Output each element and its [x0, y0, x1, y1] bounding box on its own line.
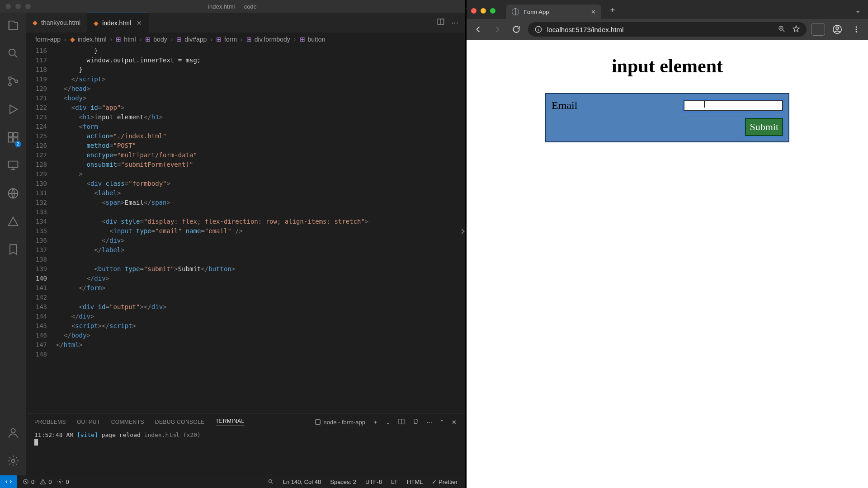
submit-button[interactable]: Submit [745, 118, 783, 136]
panel-tab-terminal[interactable]: TERMINAL [216, 418, 245, 426]
crumb[interactable]: ⊞ div.formbody [246, 36, 290, 43]
forward-button[interactable] [490, 22, 505, 37]
status-eol[interactable]: LF [391, 479, 398, 485]
status-ports[interactable]: 0 [57, 479, 69, 485]
split-editor-icon[interactable] [437, 18, 445, 28]
crumb[interactable]: ⊞ html [116, 36, 136, 43]
tab-thankyou[interactable]: ◆ thankyou.html [26, 13, 87, 33]
chrome-window: Form App ✕ ＋ ⌄ localhost:5173/index.html [465, 0, 868, 488]
crumb[interactable]: form-app [35, 36, 61, 43]
profile-button[interactable] [830, 22, 844, 37]
browser-tab[interactable]: Form App ✕ [506, 5, 601, 19]
email-field[interactable] [684, 100, 783, 111]
search-icon[interactable] [7, 47, 19, 61]
status-errors[interactable]: 0 [23, 479, 34, 485]
svg-rect-4 [9, 133, 13, 137]
panel-tab-problems[interactable]: PROBLEMS [34, 419, 66, 425]
mac-min-dot[interactable] [481, 8, 486, 14]
terminal-output[interactable]: 11:52:48 AM [vite] page reload index.htm… [26, 431, 465, 475]
crumb[interactable]: ⊞ div#app [176, 36, 207, 43]
mac-max-dot[interactable] [490, 8, 495, 14]
vscode-title: index.html — code [0, 3, 465, 10]
crumb[interactable]: ⊞ form [216, 36, 237, 43]
extensions-badge: 2 [15, 141, 21, 147]
status-language[interactable]: HTML [407, 479, 423, 485]
close-icon[interactable]: ✕ [591, 9, 596, 15]
svg-rect-13 [315, 420, 320, 425]
svg-point-10 [11, 429, 15, 433]
svg-point-22 [856, 26, 857, 28]
panel-tab-comments[interactable]: COMMENTS [111, 419, 144, 425]
maximize-panel-icon[interactable]: ⌃ [439, 419, 444, 426]
tab-title: Form App [524, 9, 549, 15]
more-actions-icon[interactable]: ⋯ [451, 19, 458, 27]
chrome-tabstrip: Form App ✕ ＋ ⌄ [467, 0, 868, 19]
form-body: Email I Submit [545, 93, 789, 142]
close-panel-icon[interactable]: ✕ [452, 419, 457, 426]
panel-tab-output[interactable]: OUTPUT [77, 419, 100, 425]
minimap-scrollbar[interactable] [459, 46, 465, 413]
address-bar[interactable]: localhost:5173/index.html [528, 22, 807, 37]
extensions-icon[interactable]: 2 [7, 131, 19, 145]
testing-icon[interactable] [7, 215, 19, 230]
crumb[interactable]: ⊞ body [145, 36, 167, 43]
status-warnings[interactable]: 0 [40, 479, 52, 485]
mac-min-dot[interactable] [15, 4, 21, 9]
status-encoding[interactable]: UTF-8 [365, 479, 382, 485]
source-control-icon[interactable] [7, 75, 19, 89]
tab-index[interactable]: ◆ index.html ✕ [87, 13, 149, 33]
status-prettier[interactable]: ✓ Prettier [432, 479, 458, 485]
mac-close-dot[interactable] [471, 8, 476, 14]
new-tab-button[interactable]: ＋ [607, 4, 618, 15]
chrome-menu-button[interactable] [849, 22, 863, 37]
kill-terminal-icon[interactable] [412, 418, 419, 426]
live-share-icon[interactable] [7, 187, 19, 202]
status-bar: 0 0 0 Ln 140, Col 48 Spaces: 2 UTF-8 LF … [0, 475, 465, 488]
explorer-icon[interactable] [7, 19, 19, 33]
status-cursor[interactable]: Ln 140, Col 48 [283, 479, 321, 485]
tabs-dropdown-icon[interactable]: ⌄ [855, 6, 861, 14]
tab-label: thankyou.html [41, 19, 80, 26]
reload-button[interactable] [509, 22, 524, 37]
crumb[interactable]: ⊞ button [300, 36, 326, 43]
editor-tabbar: ◆ thankyou.html ◆ index.html ✕ ⋯ [26, 13, 465, 33]
split-terminal-icon[interactable] [398, 418, 405, 427]
html-file-icon: ◆ [94, 19, 99, 27]
svg-point-21 [836, 27, 839, 29]
mac-traffic-lights[interactable] [471, 8, 495, 14]
page-heading: input element [467, 55, 868, 77]
mac-max-dot[interactable] [25, 4, 31, 9]
bookmarks-icon[interactable] [7, 243, 19, 258]
breadcrumbs[interactable]: form-app› ◆ index.html› ⊞ html› ⊞ body› … [26, 33, 465, 46]
svg-point-0 [9, 49, 15, 56]
mac-traffic-lights[interactable] [5, 4, 31, 9]
email-label: Email [552, 99, 577, 112]
close-icon[interactable]: ✕ [137, 19, 142, 27]
svg-point-3 [15, 80, 18, 83]
remote-indicator[interactable] [0, 475, 17, 488]
terminal-dropdown-icon[interactable]: ⌄ [386, 419, 391, 426]
vscode-titlebar: index.html — code [0, 0, 465, 13]
new-terminal-icon[interactable]: ＋ [373, 418, 378, 426]
panel-tab-debug[interactable]: DEBUG CONSOLE [155, 419, 205, 425]
settings-gear-icon[interactable] [7, 455, 19, 469]
more-icon[interactable]: ⋯ [426, 419, 432, 426]
accounts-icon[interactable] [7, 427, 19, 441]
remote-explorer-icon[interactable] [7, 159, 19, 174]
bookmark-star-icon[interactable] [792, 25, 800, 34]
svg-point-24 [856, 31, 857, 33]
run-debug-icon[interactable] [7, 103, 19, 117]
svg-point-1 [9, 77, 11, 80]
svg-point-11 [12, 460, 15, 463]
terminal-task-icon[interactable]: node - form-app [315, 419, 366, 426]
extensions-button[interactable] [811, 22, 826, 37]
back-button[interactable] [471, 22, 486, 37]
status-indent[interactable]: Spaces: 2 [330, 479, 356, 485]
mac-close-dot[interactable] [5, 4, 11, 9]
zoom-icon[interactable] [778, 25, 786, 34]
vscode-window: index.html — code 2 [0, 0, 465, 488]
status-search[interactable] [268, 479, 274, 485]
crumb[interactable]: ◆ index.html [70, 36, 107, 43]
site-info-icon[interactable] [534, 25, 542, 33]
code-editor[interactable]: 1161171181191201211221231241251261271281… [26, 46, 465, 413]
